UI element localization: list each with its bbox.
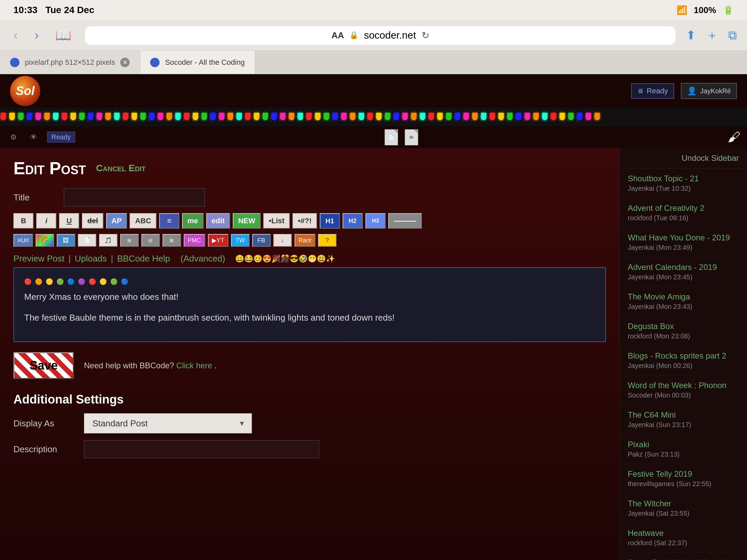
grid3-button[interactable]: ⊠: [162, 234, 181, 247]
edit-button[interactable]: edit: [206, 213, 230, 229]
tab2-title: Socoder - All the Coding: [165, 58, 244, 67]
description-input[interactable]: [84, 440, 319, 458]
hr-button[interactable]: ———: [388, 213, 422, 229]
align-button[interactable]: ≡: [159, 213, 179, 229]
facebook-button[interactable]: FB: [252, 234, 271, 247]
light-bulb: [88, 113, 93, 120]
sidebar-topic-title[interactable]: Word of the Week : Phonon: [628, 381, 739, 390]
sidebar-topic-title[interactable]: Heatwave: [628, 529, 739, 538]
eye-icon[interactable]: 👁: [27, 131, 40, 144]
light-bulb: [219, 113, 224, 120]
sidebar-topic-meta: rockford (Sat 22:37): [628, 539, 739, 547]
sidebar-topic-title[interactable]: Advent of Creativity 2: [628, 204, 739, 213]
sidebar-topic-title[interactable]: SyntaxBomb Xmas Magazine: [628, 558, 739, 560]
new-button[interactable]: NEW: [233, 213, 261, 229]
help-button[interactable]: ?: [318, 234, 337, 247]
hash-button[interactable]: •#?!: [292, 213, 317, 229]
light-bulb: [525, 113, 530, 120]
page-title-row: Edit Post Cancel Edit: [14, 158, 606, 178]
sidebar-topic-meta: Jayenkai (Tue 10:32): [628, 185, 739, 192]
sidebar-topic-title[interactable]: The Witcher: [628, 499, 739, 508]
title-input[interactable]: [64, 188, 205, 207]
sidebar-topic-title[interactable]: Shoutbox Topic - 21: [628, 174, 739, 183]
tab1-close-button[interactable]: ✕: [120, 58, 130, 67]
browser-toolbar-right: ⬆ ＋ ⧉: [686, 27, 737, 44]
preview-post-link[interactable]: Preview Post: [14, 254, 65, 264]
light-bulb: [280, 113, 285, 120]
light-bulb: [9, 113, 15, 120]
gear-icon[interactable]: ⚙: [7, 131, 20, 144]
address-bar[interactable]: AA 🔒 socoder.net ↻: [85, 26, 676, 45]
preview-lights-row: 🔴 🟠 🟡 🟢 🔵 🟣 🔴 🟡 🟢 🔵: [24, 278, 595, 285]
h2-button[interactable]: H2: [342, 213, 363, 229]
light-bulb: [123, 113, 128, 120]
download-button[interactable]: ↓: [274, 234, 292, 247]
ap-button[interactable]: AP: [106, 213, 127, 229]
sidebar-item: Heatwaverockford (Sat 22:37): [620, 523, 747, 553]
h1-button[interactable]: H1: [320, 213, 340, 229]
display-as-select[interactable]: Standard Post Showcase Blog: [84, 413, 252, 433]
sidebar-topic-title[interactable]: The Movie Amiga: [628, 292, 739, 301]
share-icon[interactable]: ⬆: [686, 28, 696, 42]
doc-icon-2[interactable]: ✉: [405, 129, 418, 145]
additional-settings-section: Additional Settings Display As Standard …: [14, 393, 606, 458]
back-button[interactable]: ‹: [10, 28, 21, 43]
tab-socoder[interactable]: Socoder - All the Coding: [140, 51, 255, 74]
strikethrough-button[interactable]: del: [82, 213, 103, 229]
rant-button[interactable]: Rant: [294, 234, 315, 247]
light-bulb: [455, 113, 460, 120]
bookmarks-button[interactable]: 📖: [52, 28, 75, 43]
sidebar-topic-title[interactable]: Blogs - Rocks sprites part 2: [628, 351, 739, 361]
url-button[interactable]: ≡Url: [14, 234, 33, 247]
tab-pixelarf[interactable]: pixelarf.php 512×512 pixels ✕: [0, 51, 140, 74]
h3-button[interactable]: H3: [365, 213, 386, 229]
paintbrush-icon[interactable]: 🖌: [727, 130, 740, 144]
light-bulb: [202, 113, 207, 120]
file-button[interactable]: 📄: [78, 234, 96, 247]
grid1-button[interactable]: ⊞: [120, 234, 139, 247]
forward-button[interactable]: ›: [31, 28, 42, 43]
uploads-link[interactable]: Uploads: [75, 254, 107, 264]
undock-sidebar-link[interactable]: Undock Sidebar: [681, 154, 739, 162]
add-tab-icon[interactable]: ＋: [706, 27, 718, 44]
save-button[interactable]: Save: [14, 352, 74, 379]
reload-icon[interactable]: ↻: [421, 30, 429, 41]
grid2-button[interactable]: ⊟: [141, 234, 160, 247]
click-here-link[interactable]: Click here: [176, 361, 212, 370]
doc-icon-1[interactable]: 📄: [385, 129, 398, 145]
sidebar-topic-meta: Jayenkai (Mon 23:45): [628, 273, 739, 281]
sidebar-topic-title[interactable]: Festive Telly 2019: [628, 469, 739, 479]
sidebar-topic-title[interactable]: Pixaki: [628, 440, 739, 449]
youtube-button[interactable]: ▶YT: [208, 234, 228, 247]
sidebar-topic-title[interactable]: Degusta Box: [628, 322, 739, 331]
sidebar-topic-title[interactable]: What Have You Done - 2019: [628, 233, 739, 242]
toolbar-bar: ⚙ 👁 Ready 📄 ✉ 🖌: [0, 126, 747, 148]
cancel-edit-link[interactable]: Cancel Edit: [96, 163, 146, 174]
site-logo[interactable]: Sol: [10, 76, 40, 106]
list-button[interactable]: •List: [263, 213, 290, 229]
light-bulb: [324, 113, 329, 120]
sidebar-topic-title[interactable]: The C64 Mini: [628, 410, 739, 420]
abc-button[interactable]: ABC: [130, 213, 156, 229]
underline-button[interactable]: U: [59, 213, 79, 229]
sidebar-topic-meta: Socoder (Mon 00:03): [628, 392, 739, 399]
pmc-button[interactable]: PMC: [184, 234, 205, 247]
light-bulb: [18, 113, 24, 120]
sidebar-topic-title[interactable]: Advent Calendars - 2019: [628, 263, 739, 272]
twitter-button[interactable]: TW: [231, 234, 250, 247]
me-button[interactable]: me: [182, 213, 204, 229]
wifi-icon: 📶: [676, 5, 687, 16]
image-button[interactable]: 🖼: [57, 234, 75, 247]
light-bulb: [551, 113, 556, 120]
sidebar-item: Advent Calendars - 2019Jayenkai (Mon 23:…: [620, 257, 747, 287]
bbcode-help-link[interactable]: BBCode Help: [117, 254, 170, 264]
italic-button[interactable]: i: [36, 213, 56, 229]
bold-button[interactable]: B: [14, 213, 33, 229]
audio-button[interactable]: 🎵: [99, 234, 118, 247]
sidebar-item: Word of the Week : PhononSocoder (Mon 00…: [620, 375, 747, 405]
light-bulb: [254, 113, 259, 120]
multicolor-button[interactable]: 🌈: [35, 234, 54, 247]
sidebar-topic-meta: therevillsgames (Sun 22:55): [628, 480, 739, 488]
advanced-link[interactable]: (Advanced): [180, 254, 225, 264]
tabs-icon[interactable]: ⧉: [728, 28, 737, 42]
